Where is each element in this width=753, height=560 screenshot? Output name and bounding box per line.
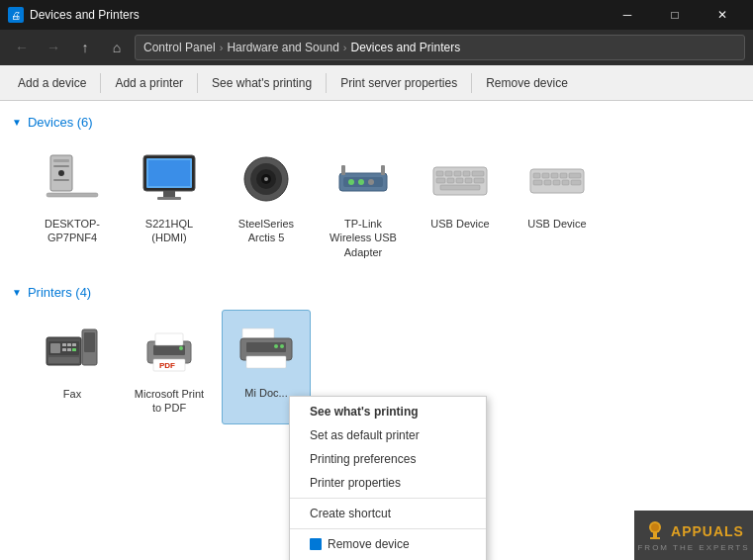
svg-rect-4	[53, 179, 69, 181]
device-label-usb1: USB Device	[430, 217, 489, 231]
devices-section-header[interactable]: ▼ Devices (6)	[12, 115, 741, 130]
home-button[interactable]: ⌂	[103, 34, 131, 61]
devices-grid: DESKTOP-GP7PNF4 S221HQL (HDMI)	[12, 140, 741, 269]
title-bar-controls: ─ □ ✕	[605, 0, 745, 30]
keyboard-icon-1	[428, 149, 492, 213]
svg-point-68	[280, 344, 284, 348]
breadcrumb-control-panel[interactable]: Control Panel	[143, 41, 216, 54]
svg-rect-42	[544, 180, 551, 185]
svg-rect-43	[553, 180, 560, 185]
see-whats-printing-button[interactable]: See what's printing	[202, 71, 322, 95]
device-item-usb1[interactable]: USB Device	[416, 140, 505, 269]
context-menu-printing-preferences[interactable]: Printing preferences	[290, 447, 486, 471]
context-menu-printer-properties[interactable]: Printer properties	[290, 471, 486, 495]
shield-icon	[310, 538, 322, 550]
svg-rect-25	[445, 171, 452, 176]
svg-rect-66	[246, 342, 286, 352]
keyboard-icon-2	[525, 149, 589, 213]
device-item-speaker[interactable]: SteelSeries Arctis 5	[222, 140, 311, 269]
add-device-button[interactable]: Add a device	[8, 71, 96, 95]
context-menu-remove-device[interactable]: Remove device	[290, 532, 486, 556]
device-item-computer[interactable]: DESKTOP-GP7PNF4	[28, 140, 117, 269]
maximize-button[interactable]: □	[652, 0, 698, 30]
svg-rect-1	[53, 159, 69, 162]
device-label-adapter: TP-Link Wireless USB Adapter	[325, 217, 402, 259]
appuals-watermark: APPUALS FROM THE EXPERTS	[634, 511, 753, 560]
remove-device-button[interactable]: Remove device	[476, 71, 578, 95]
appuals-icon	[643, 519, 667, 543]
breadcrumb-hardware-sound[interactable]: Hardware and Sound	[227, 41, 338, 54]
svg-rect-10	[157, 197, 181, 200]
context-menu-sep-1	[290, 498, 486, 499]
breadcrumb-devices-printers[interactable]: Devices and Printers	[350, 41, 460, 54]
svg-rect-26	[454, 171, 461, 176]
pdf-printer-icon: PDF	[138, 320, 201, 383]
context-menu-set-default[interactable]: Set as default printer	[290, 423, 486, 447]
svg-rect-34	[440, 185, 480, 190]
context-menu-create-shortcut[interactable]: Create shortcut	[290, 502, 486, 525]
svg-rect-55	[48, 357, 79, 363]
svg-rect-32	[465, 178, 472, 183]
svg-point-62	[179, 346, 183, 350]
svg-rect-31	[456, 178, 463, 183]
svg-rect-21	[341, 165, 345, 175]
forward-button[interactable]: →	[40, 34, 67, 61]
svg-rect-27	[463, 171, 470, 176]
svg-rect-36	[533, 173, 540, 178]
svg-rect-54	[72, 348, 76, 351]
device-item-usb2[interactable]: USB Device	[513, 140, 602, 269]
toolbar-sep-4	[471, 73, 472, 93]
midoc-printer-icon	[235, 319, 298, 382]
svg-rect-5	[47, 193, 98, 197]
context-menu-troubleshoot[interactable]: Troubleshoot	[290, 556, 486, 560]
svg-rect-45	[571, 180, 581, 185]
svg-rect-48	[50, 343, 60, 353]
appuals-sub: FROM THE EXPERTS	[637, 543, 749, 552]
device-label-monitor: S221HQL (HDMI)	[131, 217, 208, 245]
svg-rect-49	[62, 343, 66, 346]
printer-item-pdf[interactable]: PDF Microsoft Print to PDF	[125, 310, 214, 425]
device-label-speaker: SteelSeries Arctis 5	[228, 217, 305, 245]
printers-chevron: ▼	[12, 287, 22, 298]
context-menu-see-printing[interactable]: See what's printing	[290, 400, 486, 423]
svg-rect-52	[62, 348, 66, 351]
speaker-icon	[235, 149, 298, 213]
svg-point-20	[368, 179, 374, 185]
printers-section-header[interactable]: ▼ Printers (4)	[12, 285, 741, 300]
context-menu-sep-2	[290, 528, 486, 529]
add-printer-button[interactable]: Add a printer	[105, 71, 193, 95]
close-button[interactable]: ✕	[700, 0, 745, 30]
svg-rect-2	[53, 165, 69, 167]
svg-point-18	[348, 179, 354, 185]
print-server-properties-button[interactable]: Print server properties	[330, 71, 467, 95]
svg-rect-67	[246, 356, 286, 368]
breadcrumb-sep-2: ›	[343, 42, 347, 53]
svg-rect-41	[533, 180, 542, 185]
title-bar-title: Devices and Printers	[30, 8, 140, 22]
svg-rect-37	[542, 173, 549, 178]
adapter-icon	[331, 149, 395, 213]
printer-label-pdf: Microsoft Print to PDF	[131, 387, 208, 416]
device-label-usb2: USB Device	[527, 217, 586, 231]
svg-rect-61	[155, 333, 183, 345]
svg-rect-51	[72, 343, 76, 346]
title-bar-icon: 🖨	[8, 7, 24, 23]
svg-rect-8	[148, 160, 190, 186]
svg-rect-28	[472, 171, 484, 176]
device-item-adapter[interactable]: TP-Link Wireless USB Adapter	[319, 140, 408, 269]
title-bar: 🖨 Devices and Printers ─ □ ✕	[0, 0, 753, 30]
minimize-button[interactable]: ─	[605, 0, 650, 30]
printer-label-fax: Fax	[63, 387, 81, 401]
device-item-monitor[interactable]: S221HQL (HDMI)	[125, 140, 214, 269]
svg-rect-73	[650, 537, 660, 539]
printer-item-fax[interactable]: Fax	[28, 310, 117, 425]
fax-icon	[41, 320, 104, 383]
svg-rect-50	[67, 343, 71, 346]
svg-rect-57	[84, 332, 95, 352]
svg-rect-39	[560, 173, 567, 178]
svg-point-69	[274, 344, 278, 348]
devices-chevron: ▼	[12, 117, 22, 128]
up-button[interactable]: ↑	[71, 34, 99, 61]
toolbar-sep-2	[197, 73, 198, 93]
back-button[interactable]: ←	[8, 34, 36, 61]
